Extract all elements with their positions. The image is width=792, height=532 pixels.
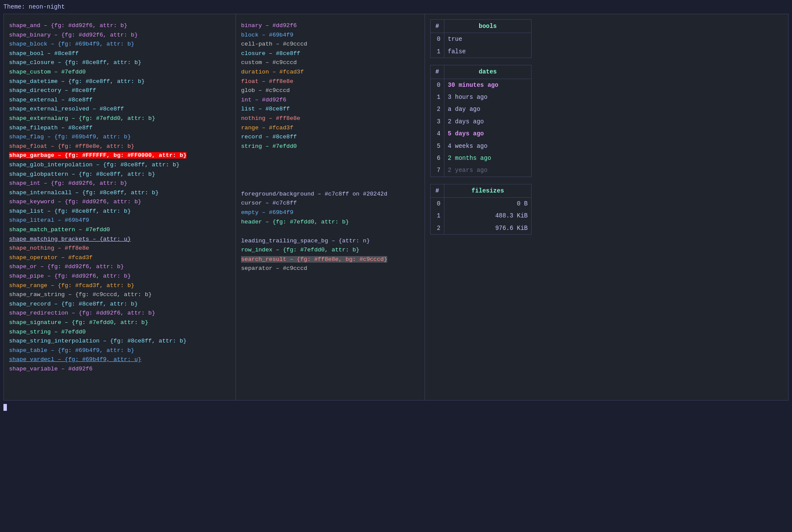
filesizes-val-0: 0 B xyxy=(444,198,532,210)
filesizes-val-2: 976.6 KiB xyxy=(444,222,532,235)
main-container: shape_and – {fg: #dd92f6, attr: b} shape… xyxy=(3,14,789,401)
table-row: 1 false xyxy=(431,46,532,58)
bools-header: bools xyxy=(444,20,532,33)
line-shape-datetime: shape_datetime – {fg: #8ce8ff, attr: b} xyxy=(9,77,230,86)
line-nothing: nothing – #ff8e8e xyxy=(241,114,419,123)
cursor-block xyxy=(3,404,7,411)
line-shape-record: shape_record – {fg: #8ce8ff, attr: b} xyxy=(9,300,230,309)
filesizes-val-1: 488.3 KiB xyxy=(444,210,532,222)
line-cursor: cursor – #c7c8ff xyxy=(241,199,419,208)
filesizes-idx-0: 0 xyxy=(431,198,444,210)
bools-idx-0: 0 xyxy=(431,33,444,46)
bools-table: # bools 0 true 1 false xyxy=(430,19,532,58)
dates-idx-1: 1 xyxy=(431,91,444,103)
dates-val-3: 2 days ago xyxy=(444,116,532,128)
line-shape-vardecl: shape_vardecl – {fg: #69b4f9, attr: u} xyxy=(9,355,230,364)
line-shape-external-resolved: shape_external_resolved – #8ce8ff xyxy=(9,104,230,114)
line-shape-int: shape_int – {fg: #dd92f6, attr: b} xyxy=(9,179,230,188)
table-row: 7 2 years ago xyxy=(431,164,532,177)
line-shape-bool: shape_bool – #8ce8ff xyxy=(9,49,230,58)
line-shape-binary: shape_binary – {fg: #dd92f6, attr: b} xyxy=(9,31,230,40)
line-shape-nothing: shape_nothing – #ff8e8e xyxy=(9,244,230,253)
line-shape-operator: shape_operator – #fcad3f xyxy=(9,253,230,263)
dates-idx-0: 0 xyxy=(431,79,444,91)
dates-val-5: 4 weeks ago xyxy=(444,140,532,152)
table-row: 5 4 weeks ago xyxy=(431,140,532,152)
line-header: header – {fg: #7efdd0, attr: b} xyxy=(241,217,419,227)
line-record: record – #8ce8ff xyxy=(241,132,419,142)
line-shape-closure: shape_closure – {fg: #8ce8ff, attr: b} xyxy=(9,58,230,67)
filesizes-header: filesizes xyxy=(444,184,532,197)
filesizes-idx-1: 1 xyxy=(431,210,444,222)
line-shape-block: shape_block – {fg: #69b4f9, attr: b} xyxy=(9,40,230,49)
line-shape-garbage: shape_garbage – {fg: #FFFFFF, bg: #FF000… xyxy=(9,151,230,160)
line-empty: empty – #69b4f9 xyxy=(241,208,419,217)
line-int: int – #dd92f6 xyxy=(241,95,419,105)
line-shape-match-pattern: shape_match_pattern – #7efdd0 xyxy=(9,225,230,235)
line-closure: closure – #8ce8ff xyxy=(241,49,419,58)
dates-idx-2: 2 xyxy=(431,103,444,115)
dates-val-6: 2 months ago xyxy=(444,152,532,164)
middle-column: binary – #dd92f6 block – #69b4f9 cell-pa… xyxy=(236,14,425,400)
line-shape-signature: shape_signature – {fg: #7efdd0, attr: b} xyxy=(9,318,230,327)
line-shape-keyword: shape_keyword – {fg: #dd92f6, attr: b} xyxy=(9,197,230,207)
line-shape-internalcall: shape_internalcall – {fg: #8ce8ff, attr:… xyxy=(9,188,230,198)
right-column: # bools 0 true 1 false # dates xyxy=(425,14,537,400)
line-shape-list: shape_list – {fg: #8ce8ff, attr: b} xyxy=(9,207,230,216)
filesizes-table: # filesizes 0 0 B 1 488.3 KiB 2 976.6 Ki… xyxy=(430,184,532,235)
dates-idx-7: 7 xyxy=(431,164,444,177)
dates-hash-header: # xyxy=(431,65,444,79)
dates-val-2: a day ago xyxy=(444,103,532,115)
table-row: 1 488.3 KiB xyxy=(431,210,532,222)
line-shape-glob-interpolation: shape_glob_interpolation – {fg: #8ce8ff,… xyxy=(9,160,230,170)
line-list: list – #8ce8ff xyxy=(241,104,419,114)
line-search-result: search_result – {fg: #ff8e8e, bg: #c9ccc… xyxy=(241,255,419,264)
dates-val-7: 2 years ago xyxy=(444,164,532,177)
line-shape-range: shape_range – {fg: #fcad3f, attr: b} xyxy=(9,281,230,290)
line-shape-pipe: shape_pipe – {fg: #dd92f6, attr: b} xyxy=(9,272,230,281)
dates-val-1: 3 hours ago xyxy=(444,91,532,103)
line-shape-filepath: shape_filepath – #8ce8ff xyxy=(9,123,230,133)
line-leading-trailing: leading_trailing_space_bg – {attr: n} xyxy=(241,236,419,246)
filesizes-idx-2: 2 xyxy=(431,222,444,235)
line-row-index: row_index – {fg: #7efdd0, attr: b} xyxy=(241,245,419,255)
table-row: 1 3 hours ago xyxy=(431,91,532,103)
line-shape-external: shape_external – #8ce8ff xyxy=(9,95,230,105)
line-cell-path: cell-path – #c9cccd xyxy=(241,40,419,49)
line-shape-string-interpolation: shape_string_interpolation – {fg: #8ce8f… xyxy=(9,336,230,346)
line-shape-externalarg: shape_externalarg – {fg: #7efdd0, attr: … xyxy=(9,114,230,123)
dates-idx-4: 4 xyxy=(431,128,444,140)
bools-idx-1: 1 xyxy=(431,46,444,58)
line-shape-float: shape_float – {fg: #ff8e8e, attr: b} xyxy=(9,142,230,151)
line-shape-string: shape_string – #7efdd0 xyxy=(9,327,230,337)
line-shape-literal: shape_literal – #69b4f9 xyxy=(9,216,230,225)
dates-val-0: 30 minutes ago xyxy=(444,79,532,91)
table-row: 0 30 minutes ago xyxy=(431,79,532,91)
bools-val-false: false xyxy=(444,46,532,58)
line-custom: custom – #c9cccd xyxy=(241,58,419,67)
line-shape-directory: shape_directory – #8ce8ff xyxy=(9,86,230,95)
table-row: 4 5 days ago xyxy=(431,128,532,140)
table-row: 3 2 days ago xyxy=(431,116,532,128)
dates-val-4: 5 days ago xyxy=(444,128,532,140)
line-shape-table: shape_table – {fg: #69b4f9, attr: b} xyxy=(9,346,230,355)
line-shape-flag: shape_flag – {fg: #69b4f9, attr: b} xyxy=(9,132,230,142)
line-shape-variable: shape_variable – #dd92f6 xyxy=(9,364,230,374)
dates-idx-6: 6 xyxy=(431,152,444,164)
line-binary: binary – #dd92f6 xyxy=(241,21,419,31)
bools-hash-header: # xyxy=(431,20,444,33)
table-row: 0 true xyxy=(431,33,532,46)
line-shape-raw-string: shape_raw_string – {fg: #c9cccd, attr: b… xyxy=(9,290,230,300)
line-shape-custom: shape_custom – #7efdd0 xyxy=(9,67,230,77)
bools-val-true: true xyxy=(444,33,532,46)
line-shape-and: shape_and – {fg: #dd92f6, attr: b} xyxy=(9,21,230,31)
line-float: float – #ff8e8e xyxy=(241,77,419,86)
line-block: block – #69b4f9 xyxy=(241,31,419,40)
line-shape-matching-brackets: shape_matching_brackets – {attr: u} xyxy=(9,235,230,244)
table-row: 2 976.6 KiB xyxy=(431,222,532,235)
dates-table: # dates 0 30 minutes ago 1 3 hours ago 2… xyxy=(430,65,532,177)
table-row: 0 0 B xyxy=(431,198,532,210)
dates-idx-5: 5 xyxy=(431,140,444,152)
line-range: range – #fcad3f xyxy=(241,123,419,133)
line-separator: separator – #c9cccd xyxy=(241,264,419,273)
